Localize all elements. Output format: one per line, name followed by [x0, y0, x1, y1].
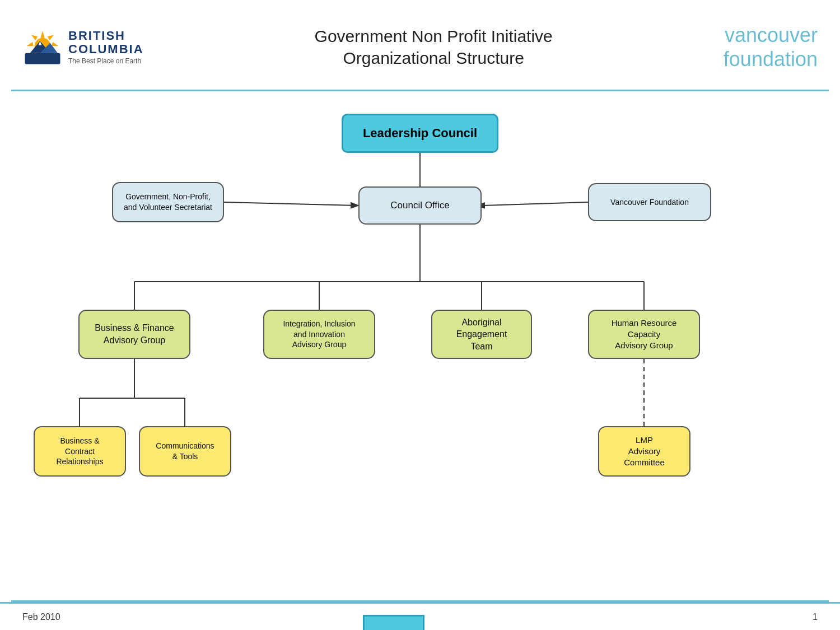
svg-rect-9 [25, 53, 60, 64]
org-chart-area: Leadership Council Council Office Govern… [0, 91, 840, 573]
main-title: Government Non Profit Initiative Organiz… [144, 25, 724, 69]
page-header: BRITISH COLUMBIA The Best Place on Earth… [0, 0, 840, 90]
bc-logo: BRITISH COLUMBIA The Best Place on Earth [22, 27, 144, 67]
page-title: Government Non Profit Initiative Organiz… [144, 25, 724, 69]
node-ct: Communications& Tools [139, 426, 231, 477]
node-iiiag: Integration, Inclusionand InnovationAdvi… [263, 310, 375, 359]
bc-title: BRITISH COLUMBIA [68, 29, 144, 56]
node-leadership-council: Leadership Council [342, 114, 498, 153]
node-bcr: Business &ContractRelationships [34, 426, 126, 477]
node-council-office: Council Office [358, 186, 482, 225]
svg-marker-0 [40, 31, 44, 38]
svg-marker-6 [26, 42, 34, 46]
node-aet: AboriginalEngagementTeam [431, 310, 532, 359]
bc-text-block: BRITISH COLUMBIA The Best Place on Earth [68, 29, 144, 65]
node-hrcag: Human ResourceCapacityAdvisory Group [588, 310, 700, 359]
footer-page: 1 [813, 612, 818, 622]
svg-marker-7 [31, 35, 38, 40]
node-bfag: Business & FinanceAdvisory Group [78, 310, 190, 359]
footer-date: Feb 2010 [22, 612, 60, 622]
svg-line-21 [483, 202, 588, 206]
vf-logo: vancouver foundation [724, 23, 818, 71]
bc-sun-icon [22, 27, 63, 67]
node-vancouver-foundation: Vancouver Foundation [588, 183, 711, 221]
node-lmp: LMPAdvisoryCommittee [598, 426, 690, 477]
svg-line-20 [224, 202, 357, 206]
svg-marker-1 [48, 35, 54, 40]
bc-subtitle: The Best Place on Earth [68, 57, 141, 65]
svg-marker-2 [52, 42, 59, 46]
node-gov-secretariat: Government, Non-Profit,and Volunteer Sec… [112, 182, 224, 222]
footer: Feb 2010 1 [0, 602, 840, 630]
